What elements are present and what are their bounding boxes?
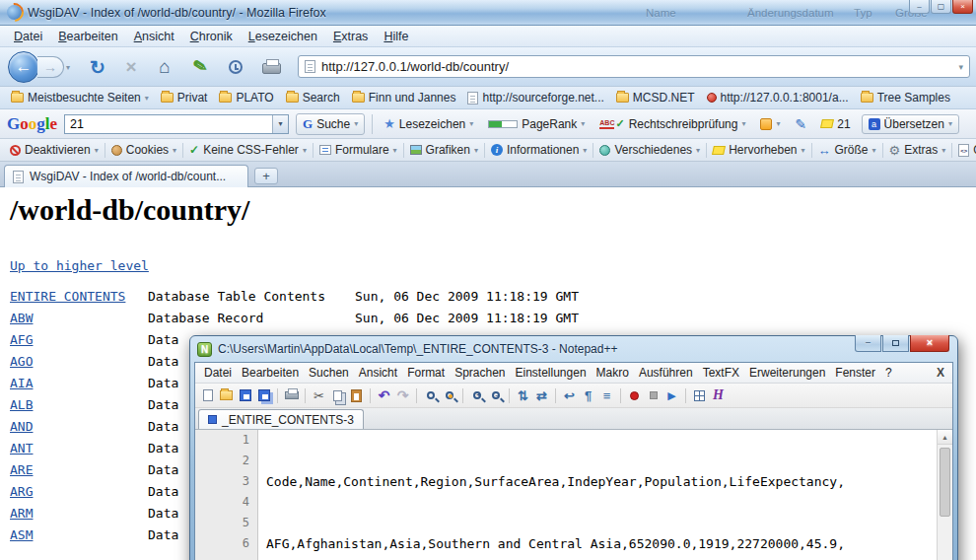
webdev-cookies[interactable]: Cookies▾ bbox=[105, 141, 182, 159]
new-tab-button[interactable]: + bbox=[254, 168, 278, 184]
bookmark-finn-und-jannes[interactable]: Finn und Jannes bbox=[346, 89, 462, 106]
webdev-css[interactable]: ✓Keine CSS-Fehler▾ bbox=[183, 141, 313, 159]
spellcheck-button[interactable]: ABC✓Rechtschreibprüfung▾ bbox=[595, 115, 749, 133]
search-dropdown-icon[interactable]: ▾ bbox=[272, 115, 288, 133]
google-search-input[interactable] bbox=[65, 117, 272, 131]
menu-hilfe[interactable]: Hilfe bbox=[376, 28, 416, 45]
entry-link[interactable]: AIA bbox=[10, 373, 148, 394]
menu-chronik[interactable]: Chronik bbox=[182, 28, 241, 45]
entry-link[interactable]: ABW bbox=[10, 308, 148, 329]
npp-menu-close[interactable]: X bbox=[937, 366, 944, 380]
feather-icon[interactable]: ✎ bbox=[187, 54, 213, 79]
npp-menu-bearbeiten[interactable]: Bearbeiten bbox=[237, 364, 304, 382]
npp-menu-fenster[interactable]: Fenster bbox=[830, 364, 880, 382]
url-bar[interactable]: ▾ bbox=[298, 55, 970, 78]
menu-ansicht[interactable]: Ansicht bbox=[126, 28, 182, 45]
back-button[interactable]: ← bbox=[8, 51, 39, 83]
maximize-button[interactable]: ▢ bbox=[931, 0, 951, 14]
menu-extras[interactable]: Extras bbox=[325, 28, 376, 45]
replace-icon[interactable] bbox=[441, 387, 457, 404]
document-tab[interactable]: _ENTIRE_CONTENTS-3 bbox=[198, 409, 364, 429]
home-icon[interactable]: ⌂ bbox=[154, 56, 175, 78]
sync-vertical-icon[interactable]: ⇅ bbox=[515, 387, 531, 404]
firefox-titlebar[interactable]: WsgiDAV - Index of /world-db/country/ - … bbox=[0, 0, 976, 26]
npp-menu-datei[interactable]: Datei bbox=[199, 364, 237, 382]
npp-menu-suchen[interactable]: Suchen bbox=[304, 364, 354, 382]
maximize-button[interactable] bbox=[882, 335, 909, 352]
npp-menu-help[interactable]: ? bbox=[880, 364, 897, 382]
google-bookmarks-button[interactable]: ★Lesezeichen▾ bbox=[380, 114, 477, 133]
autofill-button[interactable]: ✎ bbox=[791, 114, 810, 134]
webdev-deaktivieren[interactable]: Deaktivieren▾ bbox=[4, 141, 105, 159]
webdev-hervorheben[interactable]: Hervorheben▾ bbox=[707, 141, 810, 159]
url-dropdown-icon[interactable]: ▾ bbox=[958, 62, 963, 72]
npp-menu-erweiterungen[interactable]: Erweiterungen bbox=[744, 364, 830, 382]
code-text[interactable]: Code,Name,Continent,Region,SurfaceArea,I… bbox=[258, 430, 952, 560]
npp-menu-einstellungen[interactable]: Einstellungen bbox=[511, 364, 592, 382]
sync-horizontal-icon[interactable]: ⇄ bbox=[533, 387, 550, 404]
npp-menu-ausfuehren[interactable]: Ausführen bbox=[634, 364, 698, 382]
webdev-verschiedenes[interactable]: Verschiedenes▾ bbox=[593, 141, 706, 159]
editor-area[interactable]: 1 2 3 4 5 6 Code,Name,Continent,Region,S… bbox=[195, 430, 952, 560]
cut-icon[interactable]: ✂ bbox=[311, 387, 327, 404]
save-icon[interactable] bbox=[237, 387, 253, 404]
notepadpp-titlebar[interactable]: N C:\Users\Martin\AppData\Local\Temp\_EN… bbox=[194, 336, 953, 362]
play-macro-icon[interactable]: ▶ bbox=[663, 387, 680, 404]
toolbar-extra-button[interactable]: ▾ bbox=[756, 116, 784, 132]
entry-link[interactable]: ARG bbox=[10, 481, 148, 503]
webdev-groesse[interactable]: ↔Größe▾ bbox=[812, 141, 882, 160]
open-file-icon[interactable] bbox=[218, 387, 235, 404]
npp-menu-sprachen[interactable]: Sprachen bbox=[450, 364, 510, 382]
minimize-button[interactable]: – bbox=[855, 335, 881, 352]
entry-link[interactable]: ENTIRE CONTENTS bbox=[10, 286, 148, 308]
bookmark-privat[interactable]: Privat bbox=[155, 89, 214, 106]
npp-menu-makro[interactable]: Makro bbox=[592, 364, 634, 382]
entry-link[interactable]: AFG bbox=[10, 329, 148, 351]
bookmark-sourceforge[interactable]: http://sourceforge.net... bbox=[461, 89, 609, 106]
bookmark-localhost-8001[interactable]: http://127.0.0.1:8001/a... bbox=[701, 89, 855, 106]
entry-link[interactable]: ARM bbox=[10, 503, 148, 525]
npp-menu-textfx[interactable]: TextFX bbox=[698, 364, 744, 382]
entry-link[interactable]: AGO bbox=[10, 351, 148, 373]
menu-bearbeiten[interactable]: Bearbeiten bbox=[50, 28, 125, 45]
tab-wsgidav[interactable]: WsgiDAV - Index of /world-db/count... bbox=[4, 165, 248, 187]
bookmark-mcsd[interactable]: MCSD.NET bbox=[610, 89, 701, 106]
close-button[interactable]: × bbox=[952, 0, 973, 14]
npp-menu-ansicht[interactable]: Ansicht bbox=[354, 364, 402, 382]
entry-link[interactable]: ARE bbox=[10, 459, 148, 481]
zoom-in-icon[interactable]: + bbox=[468, 387, 485, 404]
google-search-button[interactable]: GSuche▾ bbox=[296, 113, 365, 135]
google-search-box[interactable]: ▾ bbox=[64, 114, 289, 134]
url-input[interactable] bbox=[321, 59, 952, 74]
scrollbar-thumb[interactable] bbox=[940, 448, 950, 517]
redo-icon[interactable]: ↷ bbox=[394, 387, 411, 404]
show-all-characters-icon[interactable]: ¶ bbox=[580, 387, 596, 404]
new-file-icon[interactable] bbox=[199, 387, 216, 404]
entry-link[interactable]: ALB bbox=[10, 394, 148, 416]
history-dropdown-icon[interactable]: ▾ bbox=[66, 63, 70, 72]
stop-macro-icon[interactable] bbox=[645, 387, 662, 404]
copy-icon[interactable] bbox=[329, 387, 346, 404]
bookmark-meistbesuchte[interactable]: Meistbesuchte Seiten▾ bbox=[5, 89, 155, 106]
entry-link[interactable]: ASM bbox=[10, 525, 148, 546]
webdev-quelltext[interactable]: <>Quelltext▾ bbox=[952, 141, 976, 159]
record-macro-icon[interactable] bbox=[626, 387, 643, 404]
webdev-informationen[interactable]: iInformationen▾ bbox=[485, 141, 593, 159]
pagerank-indicator[interactable]: PageRank▾ bbox=[484, 115, 589, 133]
find-icon[interactable] bbox=[422, 387, 439, 404]
entry-link[interactable]: AND bbox=[10, 416, 148, 438]
undo-icon[interactable]: ↶ bbox=[376, 387, 392, 404]
notepadpp-window[interactable]: N C:\Users\Martin\AppData\Local\Temp\_EN… bbox=[189, 335, 958, 560]
stop-icon[interactable]: × bbox=[120, 56, 142, 78]
up-to-higher-level-link[interactable]: Up to higher level bbox=[10, 258, 149, 273]
highlight-term-button[interactable]: 21 bbox=[817, 115, 854, 133]
history-clock-icon[interactable] bbox=[229, 60, 243, 74]
paste-icon[interactable] bbox=[348, 387, 365, 404]
reload-icon[interactable]: ↻ bbox=[87, 56, 108, 79]
menu-datei[interactable]: Datei bbox=[6, 28, 50, 45]
print-icon[interactable] bbox=[262, 63, 281, 74]
bookmark-tree-samples[interactable]: Tree Samples bbox=[855, 89, 956, 106]
word-wrap-icon[interactable]: ↩ bbox=[561, 387, 578, 404]
translate-button[interactable]: aÜbersetzen▾ bbox=[862, 114, 959, 134]
scroll-up-icon[interactable]: ▲ bbox=[938, 430, 952, 445]
